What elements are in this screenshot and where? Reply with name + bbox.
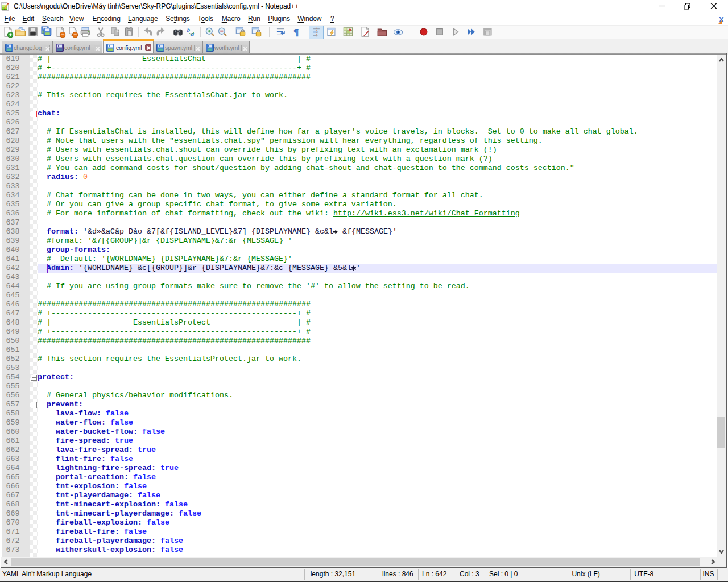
- svg-text:b: b: [187, 27, 190, 33]
- svg-text:¶: ¶: [293, 26, 299, 38]
